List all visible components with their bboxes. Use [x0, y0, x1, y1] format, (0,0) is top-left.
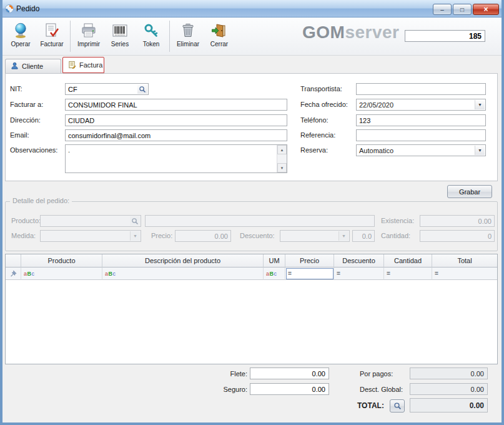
- fecha-ofrecido-label: Fecha ofrecido:: [300, 101, 348, 108]
- tab-factura[interactable]: Factura: [62, 57, 104, 73]
- exit-door-icon: [211, 22, 227, 39]
- pedido-window: Pedido – □ × Operar: [0, 0, 504, 425]
- total-search-button[interactable]: [390, 399, 405, 412]
- lamp-icon: [12, 22, 29, 39]
- close-button[interactable]: ×: [473, 4, 499, 15]
- fecha-ofrecido-combo[interactable]: 22/05/2020 ▼: [356, 99, 486, 111]
- observaciones-text: .: [68, 146, 70, 154]
- column-header-producto[interactable]: Producto: [21, 254, 102, 268]
- tab-cliente[interactable]: Cliente: [5, 59, 61, 73]
- cantidad-label: Cantidad:: [381, 232, 410, 239]
- observaciones-scrollbar[interactable]: ▲ ▼: [277, 145, 287, 172]
- desct-global-field: 0.00: [410, 383, 488, 395]
- filter-cell-precio[interactable]: =: [285, 268, 334, 280]
- detalle-group-title: Detalle del pedido:: [10, 197, 72, 204]
- filter-cell-descripcion[interactable]: aBc: [102, 268, 264, 280]
- medida-combo-disabled: ▼: [40, 230, 141, 242]
- column-header-precio[interactable]: Precio: [285, 254, 334, 268]
- nit-search-button[interactable]: [137, 84, 147, 94]
- column-header-um[interactable]: UM: [264, 254, 285, 268]
- existencia-value: 0.00: [478, 218, 492, 225]
- invoice-note-icon: [68, 61, 76, 70]
- chevron-down-icon[interactable]: ▼: [475, 146, 485, 155]
- grid-filter-row: aBc aBc aBc = = = =: [6, 268, 497, 280]
- reserva-value: Automatico: [359, 147, 393, 154]
- grabar-button-label: Grabar: [459, 188, 480, 196]
- total-field: 0.00: [410, 398, 488, 412]
- toolbar-button-label: Cerrar: [210, 41, 228, 48]
- logo-text-light: server: [345, 22, 399, 42]
- filter-cell-um[interactable]: aBc: [264, 268, 285, 280]
- tab-label: Factura: [79, 61, 102, 69]
- toolbar-button-label: Operar: [11, 41, 30, 48]
- por-pagos-label: Por pagos:: [360, 370, 393, 378]
- search-icon: [131, 218, 139, 225]
- filter-cell-producto[interactable]: aBc: [21, 268, 102, 280]
- toolbar-button-facturar[interactable]: Facturar: [36, 19, 67, 53]
- toolbar-separator: [169, 21, 170, 52]
- tab-label: Cliente: [22, 62, 43, 70]
- descuento-extra-value: 0.0: [362, 232, 372, 240]
- maximize-button[interactable]: □: [453, 4, 472, 15]
- precio-field-disabled: 0.00: [175, 230, 231, 242]
- existencia-field-disabled: 0.00: [420, 215, 495, 227]
- transportista-input[interactable]: [356, 83, 486, 95]
- filter-cell-total[interactable]: =: [432, 268, 497, 280]
- scroll-down-icon: ▼: [280, 166, 284, 170]
- scroll-up-button[interactable]: ▲: [277, 145, 287, 154]
- email-input[interactable]: [65, 129, 287, 141]
- email-label: Email:: [10, 131, 29, 139]
- toolbar-button-label: Series: [111, 41, 129, 48]
- reserva-combo[interactable]: Automatico ▼: [356, 144, 486, 156]
- descuento-combo-disabled: ▼: [280, 230, 350, 242]
- key-icon: [143, 22, 159, 39]
- producto-search-button-disabled: [130, 216, 140, 226]
- column-header-total[interactable]: Total: [432, 254, 497, 268]
- column-header-cantidad[interactable]: Cantidad: [384, 254, 432, 268]
- telefono-input[interactable]: [356, 114, 486, 126]
- facturar-a-label: Facturar a:: [10, 101, 43, 108]
- toolbar-button-imprimir[interactable]: Imprimir: [73, 19, 104, 53]
- referencia-input[interactable]: [356, 129, 486, 141]
- scroll-down-button[interactable]: ▼: [277, 163, 287, 172]
- toolbar-button-label: Token: [143, 41, 160, 48]
- toolbar-button-operar[interactable]: Operar: [5, 19, 36, 53]
- nit-input[interactable]: [66, 84, 137, 94]
- seguro-input[interactable]: [250, 383, 329, 395]
- toolbar-button-token[interactable]: Token: [136, 19, 167, 53]
- toolbar-button-eliminar[interactable]: Eliminar: [172, 19, 204, 53]
- total-label: TOTAL:: [357, 401, 384, 410]
- toolbar-button-cerrar[interactable]: Cerrar: [204, 19, 235, 53]
- printer-icon: [81, 22, 97, 39]
- producto-combo-disabled: [40, 215, 141, 227]
- column-header-descripcion[interactable]: Descripción del producto: [102, 254, 264, 268]
- desct-global-value: 0.00: [471, 386, 484, 393]
- descuento-extra-field-disabled: 0.0: [352, 230, 375, 242]
- transportista-label: Transportista:: [300, 85, 342, 92]
- cantidad-field-disabled: 0: [420, 230, 495, 242]
- minimize-button[interactable]: –: [433, 4, 452, 15]
- document-number-field[interactable]: [405, 30, 485, 42]
- maximize-icon: □: [460, 6, 464, 13]
- chevron-down-icon[interactable]: ▼: [475, 100, 485, 109]
- column-header-descuento[interactable]: Descuento: [334, 254, 384, 268]
- facturar-a-input[interactable]: [65, 99, 287, 111]
- nit-field: [65, 83, 149, 95]
- toolbar-button-label: Facturar: [40, 41, 63, 48]
- barcode-icon: [112, 22, 128, 39]
- invoice-check-icon: [44, 22, 60, 39]
- flete-label: Flete:: [209, 370, 247, 378]
- flete-input[interactable]: [250, 368, 329, 379]
- filter-cell-descuento[interactable]: =: [334, 268, 384, 280]
- grabar-button[interactable]: Grabar: [447, 185, 492, 198]
- observaciones-textarea[interactable]: . ▲ ▼: [65, 144, 287, 173]
- toolbar-button-label: Imprimir: [77, 41, 100, 48]
- direccion-input[interactable]: [65, 114, 287, 126]
- filter-cell-cantidad[interactable]: =: [384, 268, 432, 280]
- minimize-icon: –: [440, 6, 444, 13]
- cantidad-value: 0: [488, 232, 492, 240]
- toolbar-button-series[interactable]: Series: [104, 19, 136, 53]
- titlebar: Pedido – □ ×: [0, 0, 504, 18]
- window-controls: – □ ×: [433, 4, 499, 15]
- grid-empty-body: [6, 280, 497, 364]
